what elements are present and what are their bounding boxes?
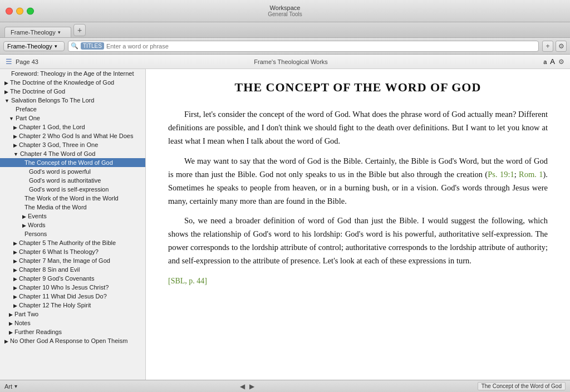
title-bar: Workspace General Tools xyxy=(0,0,570,22)
toc-item[interactable]: The Work of the Word in the World xyxy=(0,194,145,203)
toc-label: The Work of the Word in the World xyxy=(24,195,119,202)
paragraph-1: First, let's consider the concept of the… xyxy=(168,108,548,148)
tab-label: Frame-Theology xyxy=(11,29,56,36)
art-arrow-icon[interactable]: ▾ xyxy=(14,383,17,389)
toc-item[interactable]: God's word is self-expression xyxy=(0,185,145,194)
toc-label: Preface xyxy=(16,106,37,112)
font-small-button[interactable]: a xyxy=(543,58,547,65)
toc-expand-icon[interactable]: ▶ xyxy=(4,339,8,344)
tab-frame-theology[interactable]: Frame-Theology ▾ xyxy=(4,27,71,37)
minimize-button[interactable] xyxy=(16,7,23,14)
toc-item[interactable]: ▶Chapter 2 Who God Is and What He Does xyxy=(0,131,145,140)
tab-dropdown-icon[interactable]: ▾ xyxy=(58,30,61,35)
toc-item[interactable]: ▶Words xyxy=(0,220,145,229)
add-tab-button[interactable]: + xyxy=(73,24,86,36)
art-label[interactable]: Art xyxy=(4,383,12,390)
toc-expand-icon[interactable]: ▶ xyxy=(9,330,13,335)
toc-expand-icon[interactable]: ▶ xyxy=(4,80,8,86)
toc-item[interactable]: ▶Chapter 12 The Holy Spirit xyxy=(0,301,145,310)
toc-item[interactable]: Foreword: Theology in the Age of the Int… xyxy=(0,69,145,78)
toc-item[interactable]: ▼Part One xyxy=(0,114,145,122)
location-display: The Concept of the Word of God xyxy=(478,382,566,390)
toc-label: Part Two xyxy=(14,311,38,317)
traffic-lights xyxy=(6,7,34,14)
toc-expand-icon[interactable]: ▶ xyxy=(22,214,26,219)
toc-expand-icon[interactable]: ▶ xyxy=(13,134,17,139)
toc-item[interactable]: ▶Chapter 6 What Is Theology? xyxy=(0,247,145,256)
toc-expand-icon[interactable]: ▶ xyxy=(13,258,17,264)
page-bar: ☰ Page 43 Frame's Theological Works a A … xyxy=(0,55,570,69)
settings-button[interactable]: ⚙ xyxy=(556,41,567,52)
toc-label: Further Readings xyxy=(14,329,62,335)
toc-item[interactable]: ▼Chapter 4 The Word of God xyxy=(0,149,145,158)
toc-expand-icon[interactable]: ▶ xyxy=(13,294,17,300)
toc-expand-icon[interactable]: ▶ xyxy=(22,223,26,228)
content-area: The Concept of the Word of God First, le… xyxy=(146,69,570,380)
toc-item[interactable]: ▶The Doctrine of the Knowledge of God xyxy=(0,78,145,87)
toc-expand-icon[interactable]: ▶ xyxy=(9,312,13,317)
toc-collapse-icon[interactable]: ▼ xyxy=(4,98,9,104)
toc-expand-icon[interactable]: ▶ xyxy=(13,249,17,255)
toolbar: Frame-Theology ▾ 🔍 TITLES + ⚙ xyxy=(0,38,570,55)
display-settings-icon[interactable]: ⚙ xyxy=(558,58,564,66)
toc-item[interactable]: ▶Chapter 1 God, the Lord xyxy=(0,122,145,131)
prev-button[interactable]: ◀ xyxy=(240,383,245,390)
toc-item[interactable]: Preface xyxy=(0,105,145,114)
toc-label: The Media of the Word xyxy=(24,204,87,210)
toc-item[interactable]: ▶No Other God A Response to Open Theism xyxy=(0,336,145,345)
chapter-title: The Concept of the Word of God xyxy=(168,80,548,95)
toc-item[interactable]: God's word is powerful xyxy=(0,167,145,176)
toc-label: Chapter 3 God, Three in One xyxy=(19,141,98,148)
toc-item[interactable]: ▶Chapter 3 God, Three in One xyxy=(0,140,145,149)
toc-label: Words xyxy=(28,222,46,228)
search-icon: 🔍 xyxy=(71,42,78,50)
toc-item[interactable]: ▼Salvation Belongs To The Lord xyxy=(0,96,145,105)
art-section: Art ▾ xyxy=(4,383,17,390)
toc-item[interactable]: ▶Part Two xyxy=(0,310,145,318)
toc-item[interactable]: The Concept of the Word of God xyxy=(0,158,145,167)
font-large-button[interactable]: A xyxy=(550,57,555,66)
library-selector[interactable]: Frame-Theology ▾ xyxy=(3,41,65,51)
link-rom1[interactable]: Rom. 1 xyxy=(519,170,543,179)
toc-expand-icon[interactable]: ▶ xyxy=(13,303,17,308)
toc-expand-icon[interactable]: ▶ xyxy=(13,285,17,291)
toc-item[interactable]: ▶The Doctrine of God xyxy=(0,87,145,96)
toc-expand-icon[interactable]: ▶ xyxy=(13,143,17,148)
content-text: First, let's consider the concept of the… xyxy=(168,108,548,288)
menu-icon[interactable]: ☰ xyxy=(6,57,12,66)
toc-label: Chapter 11 What Did Jesus Do? xyxy=(19,293,107,300)
close-button[interactable] xyxy=(6,7,13,14)
search-input[interactable] xyxy=(106,43,536,50)
toc-expand-icon[interactable]: ▶ xyxy=(9,321,13,326)
toc-item[interactable]: ▶Chapter 5 The Authority of the Bible xyxy=(0,238,145,247)
toc-item[interactable]: ▶Chapter 7 Man, the Image of God xyxy=(0,256,145,265)
toc-item[interactable]: ▶Chapter 10 Who Is Jesus Christ? xyxy=(0,283,145,292)
window-title: Workspace General Tools xyxy=(268,4,302,17)
toc-item[interactable]: ▶Notes xyxy=(0,318,145,327)
toc-item[interactable]: ▶Chapter 8 Sin and Evil xyxy=(0,265,145,274)
paragraph-3: So, we need a broader definition of word… xyxy=(168,214,548,268)
toc-expand-icon[interactable]: ▶ xyxy=(4,89,8,95)
link-ps19[interactable]: Ps. 19:1 xyxy=(488,170,514,179)
toc-expand-icon[interactable]: ▶ xyxy=(13,125,17,130)
toc-collapse-icon[interactable]: ▼ xyxy=(13,151,18,157)
toc-expand-icon[interactable]: ▶ xyxy=(13,267,17,273)
toc-label: The Concept of the Word of God xyxy=(24,159,113,166)
toc-item[interactable]: ▶Further Readings xyxy=(0,327,145,336)
toc-item[interactable]: ▶Chapter 11 What Did Jesus Do? xyxy=(0,292,145,301)
page-number: Page 43 xyxy=(16,58,38,65)
next-button[interactable]: ▶ xyxy=(249,383,254,390)
toc-expand-icon[interactable]: ▶ xyxy=(13,241,17,246)
add-resource-button[interactable]: + xyxy=(542,41,553,52)
toc-label: Chapter 7 Man, the Image of God xyxy=(19,257,110,264)
toc-item[interactable]: ▶Events xyxy=(0,212,145,220)
toc-label: Persons xyxy=(24,231,47,237)
titles-badge[interactable]: TITLES xyxy=(81,42,104,50)
toc-item[interactable]: The Media of the Word xyxy=(0,203,145,212)
toc-item[interactable]: ▶Chapter 9 God's Covenants xyxy=(0,274,145,283)
toc-item[interactable]: God's word is authoritative xyxy=(0,176,145,185)
toc-expand-icon[interactable]: ▶ xyxy=(13,276,17,282)
maximize-button[interactable] xyxy=(27,7,34,14)
toc-item[interactable]: Persons xyxy=(0,229,145,238)
toc-collapse-icon[interactable]: ▼ xyxy=(9,116,14,121)
